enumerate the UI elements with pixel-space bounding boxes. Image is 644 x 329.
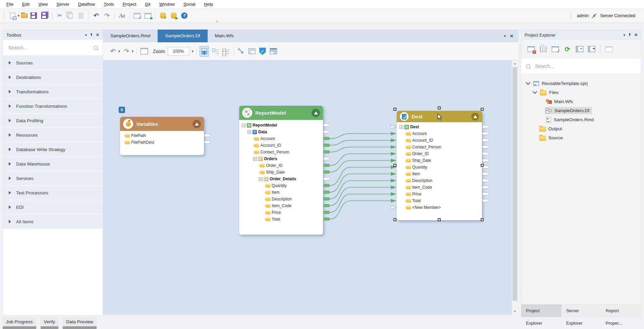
mapping-wire-price[interactable]	[329, 194, 391, 213]
reportmodel-row-account_id[interactable]: Account_ID	[239, 142, 323, 149]
selection-handle[interactable]	[393, 218, 396, 221]
menu-help[interactable]: Help	[200, 0, 217, 9]
output-port-connected[interactable]	[323, 211, 330, 214]
dest-row-total[interactable]: Total	[397, 197, 482, 204]
selection-handle[interactable]	[393, 108, 396, 111]
open-button[interactable]	[21, 13, 28, 18]
undo-button[interactable]: ↶	[92, 11, 101, 20]
mapping-wire-quantity[interactable]	[329, 167, 391, 186]
project-search-input[interactable]	[534, 63, 636, 69]
project-item[interactable]: Main.Wfs	[545, 98, 576, 105]
project-item[interactable]: Output	[538, 125, 565, 133]
output-port-connected[interactable]	[323, 137, 330, 140]
output-port[interactable]	[482, 152, 489, 155]
output-port[interactable]	[482, 199, 489, 202]
reportmodel-row-data[interactable]: Data	[239, 129, 323, 135]
mapping-wire-account[interactable]	[329, 134, 391, 139]
reportmodel-node[interactable]: ReportModel ReportModelDataAccountAccoun…	[239, 106, 323, 235]
variables-node-header[interactable]: Variables	[120, 117, 204, 131]
zoom-select[interactable]: 100%	[168, 47, 189, 56]
output-port[interactable]	[323, 130, 330, 133]
reportmodel-row-description[interactable]: Description	[239, 196, 323, 202]
auto-layout-button[interactable]	[140, 46, 149, 56]
save-all-button[interactable]	[40, 11, 49, 20]
project-tree-item-main.wfs[interactable]: Main.Wfs	[521, 97, 641, 106]
dest-row-ship_date[interactable]: Ship_Date	[397, 157, 482, 164]
output-port-connected[interactable]	[323, 150, 330, 153]
panel-tab-report-proper-[interactable]: Report Proper...	[601, 304, 641, 317]
toolbox-category-database-write-strategy[interactable]: Database Write Strategy	[3, 142, 103, 156]
get-latest-button[interactable]	[539, 45, 548, 54]
save-button[interactable]	[29, 11, 39, 20]
toolbox-category-function-transformations[interactable]: Function Transformations	[3, 99, 103, 113]
output-port[interactable]	[204, 141, 211, 144]
close-icon[interactable]: ✕	[96, 33, 99, 37]
scroll-down-arrow[interactable]: ▼	[512, 309, 518, 315]
tree-collapse-box-icon[interactable]	[259, 177, 263, 181]
canvas-redo-button[interactable]: ↷	[122, 46, 131, 56]
output-port[interactable]	[482, 192, 489, 195]
tree-collapse-box-icon[interactable]	[242, 124, 246, 127]
close-icon[interactable]: ✕	[634, 33, 638, 37]
toolbox-category-edi[interactable]: EDI	[3, 200, 103, 214]
output-port[interactable]	[482, 186, 489, 189]
menu-view[interactable]: View	[34, 0, 52, 9]
input-arrow-empty[interactable]	[391, 125, 396, 129]
refresh-button[interactable]: ⟳	[563, 45, 572, 54]
scroll-up-arrow[interactable]: ▲	[512, 60, 518, 66]
toolbox-category-text-processors[interactable]: Text Processors	[3, 186, 103, 200]
toolbar-grip[interactable]	[4, 12, 5, 19]
variables-node[interactable]: Variables FilePathFilePathDest	[120, 117, 204, 155]
toolbar-overflow-button[interactable]: ▾	[216, 20, 218, 23]
selection-handle[interactable]	[481, 218, 484, 221]
mapping-wire-item_code[interactable]	[329, 187, 391, 206]
check-in-button[interactable]	[551, 45, 560, 54]
output-port[interactable]	[482, 132, 489, 135]
window-position-icon[interactable]: ▾	[623, 33, 625, 37]
collapse-node-button[interactable]	[193, 120, 201, 128]
pin-icon[interactable]	[628, 33, 631, 37]
mapping-wire-total[interactable]	[329, 201, 391, 219]
menu-social[interactable]: Social	[179, 0, 200, 9]
dest-row-item_code[interactable]: Item_Code	[397, 184, 482, 191]
project-tree-item-reusabletemplate.cprj[interactable]: ReusableTemplate.cprj	[521, 79, 641, 88]
expand-panel-button[interactable]	[575, 45, 584, 54]
doc-tab-sampleorders.rmd[interactable]: SampleOrders.Rmd	[103, 30, 158, 42]
toolbox-category-destinations[interactable]: Destinations	[3, 70, 103, 84]
selection-handle[interactable]	[481, 164, 484, 167]
project-item[interactable]: Source	[538, 134, 566, 142]
dest-row-newmember[interactable]: <New Member>	[397, 204, 482, 211]
variable-row-filepath[interactable]: FilePath	[120, 132, 204, 139]
toolbar-grip[interactable]	[571, 12, 572, 19]
mapping-wire-ship_date[interactable]	[329, 160, 391, 172]
toolbox-search-input[interactable]	[8, 45, 94, 51]
reportmodel-row-price[interactable]: Price	[239, 209, 323, 216]
collapse-nodes-button[interactable]	[211, 46, 220, 56]
chevron-down-icon[interactable]	[526, 80, 530, 85]
output-port[interactable]	[482, 179, 489, 182]
output-port[interactable]	[323, 177, 330, 180]
output-port-connected[interactable]	[323, 204, 330, 207]
reportmodel-row-account[interactable]: Account	[239, 135, 323, 142]
toolbox-category-transformations[interactable]: Transformations	[3, 85, 103, 99]
dest-row-account[interactable]: Account	[397, 130, 482, 137]
mapping-wire-item[interactable]	[329, 174, 391, 192]
output-port[interactable]	[204, 134, 211, 137]
dest-row-description[interactable]: Description	[397, 177, 482, 184]
tree-collapse-box-icon[interactable]	[248, 130, 251, 134]
project-tree-item-sampleorders.rmd[interactable]: SampleOrders.Rmd	[521, 115, 641, 124]
project-tree-item-source[interactable]: Source	[521, 133, 641, 142]
tab-list-dropdown-icon[interactable]: ▾	[504, 34, 506, 38]
preview-data-button[interactable]: 0100110	[248, 46, 256, 56]
menu-edit[interactable]: Edit	[18, 0, 34, 9]
dest-row-dest[interactable]: Dest	[397, 124, 482, 130]
dest-node-header[interactable]: Dest	[397, 111, 482, 122]
output-port[interactable]	[323, 124, 330, 127]
new-dataflow-button[interactable]	[8, 11, 17, 20]
reportmodel-row-item[interactable]: Item	[239, 189, 323, 196]
output-port[interactable]	[482, 145, 489, 148]
output-port-connected[interactable]	[323, 218, 330, 221]
font-style-button[interactable]: Aa	[117, 11, 127, 20]
canvas-undo-button[interactable]: ↶	[109, 46, 117, 56]
reportmodel-row-ship_date[interactable]: Ship_Date	[239, 169, 323, 176]
